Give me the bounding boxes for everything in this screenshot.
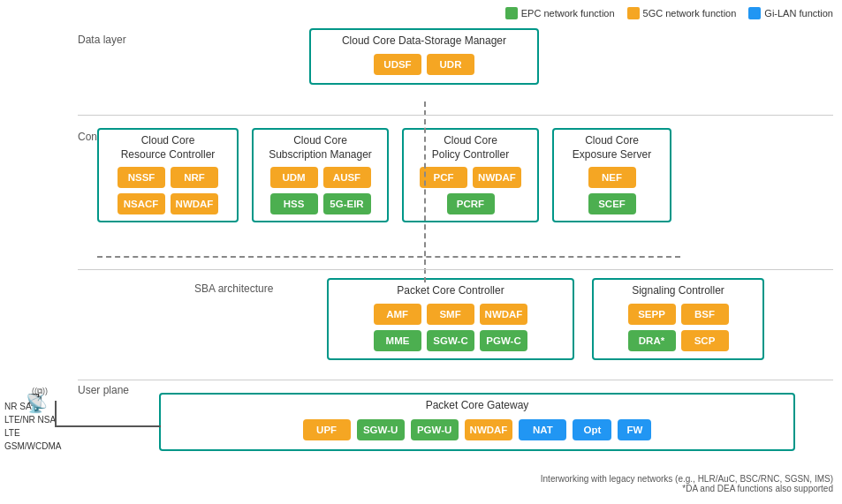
data-storage-title: Cloud Core Data-Storage Manager [311, 30, 537, 51]
note-interworking: Interworking with legacy networks (e.g.,… [541, 474, 833, 493]
subscription-manager-box: Cloud CoreSubscription Manager UDM AUSF … [252, 128, 389, 222]
chip-pcf: PCF [420, 167, 467, 188]
chip-udm: UDM [270, 167, 318, 188]
legend-gilan: Gi-LAN function [748, 7, 833, 19]
access-line-v [55, 401, 57, 425]
legend-5gc-label: 5GC network function [643, 8, 737, 19]
chip-fw: FW [618, 419, 651, 440]
chip-nef: NEF [588, 167, 636, 188]
subscription-row2: HSS 5G-EIR [254, 191, 387, 217]
resource-controller-title: Cloud CoreResource Controller [99, 130, 237, 164]
legend-gilan-label: Gi-LAN function [764, 8, 833, 19]
chip-upf: UPF [303, 419, 351, 440]
exposure-server-title: Cloud CoreExposure Server [554, 130, 670, 164]
chip-scp: SCP [681, 330, 729, 351]
chip-nrf: NRF [171, 167, 218, 188]
sba-label: SBA architecture [194, 282, 273, 295]
packet-core-gateway-box: Packet Core Gateway UPF SGW-U PGW-U NWDA… [159, 393, 795, 451]
exposure-server-box: Cloud CoreExposure Server NEF SCEF [552, 128, 671, 222]
chip-nat: NAT [519, 419, 566, 440]
dashed-line-v-center [424, 102, 426, 282]
chip-5geir: 5G-EIR [323, 193, 371, 214]
resource-row1: NSSF NRF [99, 164, 237, 191]
exposure-row2: SCEF [554, 191, 670, 217]
chip-dra: DRA* [628, 330, 676, 351]
access-ltenr: LTE/NR NSA [4, 413, 61, 426]
data-storage-chips: UDSF UDR [311, 51, 537, 78]
legend-5gc-icon [627, 7, 640, 19]
policy-controller-box: Cloud CorePolicy Controller PCF NWDAF PC… [402, 128, 539, 222]
chip-nssf: NSSF [118, 167, 165, 188]
data-layer-label: Data layer [78, 34, 126, 46]
chip-nwdaf-res: NWDAF [171, 193, 219, 214]
legend-epc-label: EPC network function [521, 8, 615, 19]
signaling-controller-title: Signaling Controller [594, 280, 762, 301]
chip-hss: HSS [270, 193, 318, 214]
chip-mme: MME [374, 330, 421, 351]
chip-nwdaf-gw: NWDAF [465, 419, 513, 440]
access-lte: LTE [4, 426, 61, 440]
pcc-row1: AMF SMF NWDAF [329, 301, 573, 327]
chip-nsacf: NSACF [118, 193, 165, 214]
pcc-row2: MME SGW-C PGW-C [329, 327, 573, 354]
gateway-row1: UPF SGW-U PGW-U NWDAF NAT Opt FW [161, 416, 793, 444]
chip-ausf: AUSF [323, 167, 371, 188]
chip-udr: UDR [427, 54, 474, 75]
separator-data-control [78, 115, 833, 116]
access-labels: NR SA LTE/NR NSA LTE GSM/WCDMA [4, 400, 61, 453]
separator-control-sba [78, 269, 833, 270]
sig-row2: DRA* SCP [594, 327, 762, 354]
data-storage-box: Cloud Core Data-Storage Manager UDSF UDR [309, 28, 539, 85]
access-gsm: GSM/WCDMA [4, 440, 61, 453]
packet-core-gateway-title: Packet Core Gateway [161, 395, 793, 416]
access-line-h [55, 425, 161, 427]
chip-sgwu: SGW-U [357, 419, 405, 440]
chip-nwdaf-pcc: NWDAF [480, 304, 528, 325]
legend-epc: EPC network function [505, 7, 615, 19]
chip-pgwc: PGW-C [480, 330, 527, 351]
legend: EPC network function 5GC network functio… [505, 7, 833, 19]
legend-gilan-icon [748, 7, 761, 19]
resource-row2: NSACF NWDAF [99, 191, 237, 217]
subscription-row1: UDM AUSF [254, 164, 387, 191]
sig-row1: SEPP BSF [594, 301, 762, 327]
chip-nwdaf-pol: NWDAF [473, 167, 521, 188]
separator-sba-user [78, 380, 833, 380]
chip-pcrf: PCRF [447, 193, 495, 214]
legend-epc-icon [505, 7, 518, 19]
chip-amf: AMF [374, 304, 421, 325]
chip-sgwc: SGW-C [427, 330, 474, 351]
chip-scef: SCEF [588, 193, 636, 214]
exposure-row1: NEF [554, 164, 670, 191]
resource-controller-box: Cloud CoreResource Controller NSSF NRF N… [97, 128, 239, 222]
chip-pgwu: PGW-U [411, 419, 459, 440]
dashed-line-control [97, 256, 680, 258]
chip-opt: Opt [573, 419, 611, 440]
access-nrsa: NR SA [4, 400, 61, 413]
chip-bsf: BSF [681, 304, 729, 325]
chip-udsf: UDSF [374, 54, 421, 75]
subscription-manager-title: Cloud CoreSubscription Manager [254, 130, 387, 164]
packet-core-controller-box: Packet Core Controller AMF SMF NWDAF MME… [327, 278, 574, 360]
packet-core-controller-title: Packet Core Controller [329, 280, 573, 301]
chip-smf: SMF [427, 304, 474, 325]
legend-5gc: 5GC network function [627, 7, 737, 19]
chip-sepp: SEPP [628, 304, 676, 325]
signaling-controller-box: Signaling Controller SEPP BSF DRA* SCP [592, 278, 764, 360]
user-plane-label: User plane [78, 384, 129, 396]
